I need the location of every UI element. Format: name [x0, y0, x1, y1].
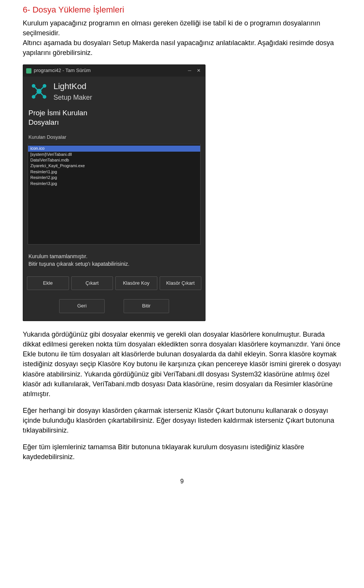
project-title-line1: Proje İsmi Kurulan — [28, 108, 200, 118]
svg-line-7 — [34, 91, 39, 97]
close-icon[interactable]: ✕ — [195, 68, 202, 74]
intro-text-2: Altıncı aşamada bu dosyaları Setup Maker… — [23, 39, 334, 56]
brand-row: LightKod Setup Maker — [23, 77, 205, 105]
status-line2: Bitir tuşuna çıkarak setup'ı kapatabilir… — [28, 260, 200, 268]
section-heading: 6- Dosya Yükleme İşlemleri — [23, 4, 341, 16]
brand-subtitle: Setup Maker — [53, 93, 92, 102]
window-titlebar: programci42 - Tam Sürüm ─ ✕ — [23, 65, 205, 77]
intro-paragraph: Kurulum yapacağınız programın en olması … — [23, 18, 341, 58]
bitir-button[interactable]: Bitir — [124, 299, 169, 313]
list-item[interactable]: Ziyaretci_Kayit_Programi.exe — [28, 163, 200, 169]
svg-line-8 — [39, 91, 44, 97]
svg-line-5 — [34, 86, 39, 91]
button-row-2: Geri Bitir — [23, 294, 205, 321]
project-title: Proje İsmi Kurulan Dosyaları — [23, 105, 205, 131]
klasore-koy-button[interactable]: Klasöre Koy — [115, 276, 157, 290]
explanation-paragraph-2: Eğer herhangi bir dosyayı klasörden çıka… — [23, 406, 341, 435]
brand-name: LightKod — [53, 80, 92, 93]
intro-text-1: Kurulum yapacağınız programın en olması … — [23, 19, 320, 37]
list-item[interactable]: [system]\VeriTabani.dll — [28, 152, 200, 157]
status-line1: Kurulum tamamlanmıştır. — [28, 253, 200, 260]
setup-maker-window: programci42 - Tam Sürüm ─ ✕ LightKod Set… — [23, 64, 206, 321]
explanation-paragraph-3: Eğer tüm işlemleriniz tamamsa Bitir buto… — [23, 442, 341, 462]
list-item[interactable]: Resimler\2.jpg — [28, 175, 200, 180]
window-title: programci42 - Tam Sürüm — [34, 67, 91, 74]
lightkod-logo-icon — [30, 82, 48, 100]
explanation-paragraph-1: Yukarıda gördüğünüz gibi dosyalar ekenmi… — [23, 329, 341, 399]
minimize-icon[interactable]: ─ — [186, 68, 193, 74]
ekle-button[interactable]: Ekle — [27, 276, 69, 290]
file-list[interactable]: icon.ico [system]\VeriTabani.dll Data\Ve… — [28, 144, 201, 245]
klasor-cikart-button[interactable]: Klasör Çıkart — [160, 276, 202, 290]
geri-button[interactable]: Geri — [59, 299, 105, 313]
project-title-line2: Dosyaları — [28, 118, 200, 127]
page-number: 9 — [23, 477, 341, 486]
status-text: Kurulum tamamlanmıştır. Bitir tuşuna çık… — [23, 246, 205, 274]
svg-line-6 — [39, 86, 44, 91]
list-item[interactable]: icon.ico — [28, 146, 200, 151]
file-list-label: Kurulan Dosyalar — [23, 131, 205, 143]
list-item[interactable]: Resimler\1.jpg — [28, 169, 200, 175]
cikart-button[interactable]: Çıkart — [71, 276, 113, 290]
list-item[interactable]: Resimler\3.jpg — [28, 181, 200, 187]
button-row-1: Ekle Çıkart Klasöre Koy Klasör Çıkart — [23, 275, 205, 294]
list-item[interactable]: Data\VeriTabani.mdb — [28, 157, 200, 163]
brand-text: LightKod Setup Maker — [53, 80, 92, 102]
app-icon — [26, 68, 31, 74]
